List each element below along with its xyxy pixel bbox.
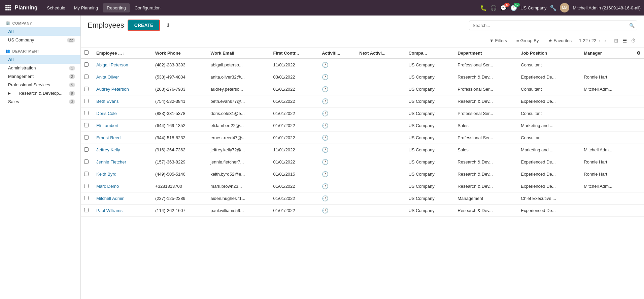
table-row[interactable]: Jeffrey Kelly (916)-264-7362 jeffrey.kel… xyxy=(81,144,644,156)
cell-activities[interactable]: 🕐 xyxy=(318,205,356,217)
row-checkbox[interactable] xyxy=(84,74,89,79)
col-job-position[interactable]: Job Position xyxy=(517,48,580,59)
sidebar-dept-professional-services[interactable]: Professional Services 5 xyxy=(0,81,80,89)
table-row[interactable]: Doris Cole (883)-331-5378 doris.cole31@e… xyxy=(81,108,644,120)
favorites-button[interactable]: ★ Favorites xyxy=(546,37,574,44)
cell-employee-name[interactable]: Abigail Peterson xyxy=(93,59,152,71)
user-name[interactable]: Mitchell Admin (21609148-16-0-all) xyxy=(573,5,641,10)
col-work-phone[interactable]: Work Phone xyxy=(152,48,207,59)
apps-menu-button[interactable] xyxy=(3,3,13,12)
cell-employee-name[interactable]: Audrey Peterson xyxy=(93,83,152,95)
cell-employee-name[interactable]: Paul Williams xyxy=(93,205,152,217)
row-checkbox-cell[interactable] xyxy=(81,192,93,205)
clock-view-btn[interactable]: ⏱ xyxy=(630,37,637,44)
cell-employee-name[interactable]: Mitchell Admin xyxy=(93,192,152,205)
download-button[interactable]: ⬇ xyxy=(163,21,173,30)
grid-view-btn[interactable]: ⊞ xyxy=(613,37,620,44)
cell-activities[interactable]: 🕐 xyxy=(318,180,356,192)
table-row[interactable]: Audrey Peterson (203)-276-7903 audrey.pe… xyxy=(81,83,644,95)
select-all-checkbox[interactable] xyxy=(84,50,89,55)
chat-icon[interactable]: 💬 5 xyxy=(500,5,507,11)
row-checkbox-cell[interactable] xyxy=(81,83,93,95)
cell-activities[interactable]: 🕐 xyxy=(318,120,356,132)
filters-button[interactable]: ▼ Filters xyxy=(487,37,509,44)
cell-employee-name[interactable]: Beth Evans xyxy=(93,95,152,108)
row-checkbox-cell[interactable] xyxy=(81,168,93,180)
cell-employee-name[interactable]: Doris Cole xyxy=(93,108,152,120)
row-checkbox-cell[interactable] xyxy=(81,156,93,168)
sidebar-dept-all[interactable]: All xyxy=(0,55,80,64)
col-company[interactable]: Compa... xyxy=(405,48,454,59)
settings-icon[interactable]: 🔧 xyxy=(550,5,556,11)
cell-activities[interactable]: 🕐 xyxy=(318,83,356,95)
next-page[interactable]: › xyxy=(603,37,607,44)
row-checkbox-cell[interactable] xyxy=(81,108,93,120)
table-row[interactable]: Beth Evans (754)-532-3841 beth.evans77@.… xyxy=(81,95,644,108)
group-by-button[interactable]: ≡ Group By xyxy=(514,37,541,44)
cell-employee-name[interactable]: Jennie Fletcher xyxy=(93,156,152,168)
row-checkbox-cell[interactable] xyxy=(81,59,93,71)
table-row[interactable]: Mitchell Admin (237)-125-2389 aiden.hugh… xyxy=(81,192,644,205)
row-checkbox-cell[interactable] xyxy=(81,71,93,83)
col-first-contract[interactable]: First Contr... xyxy=(270,48,319,59)
cell-employee-name[interactable]: Anita Oliver xyxy=(93,71,152,83)
clock-icon[interactable]: 🕐 42 xyxy=(510,5,517,11)
cell-employee-name[interactable]: Keith Byrd xyxy=(93,168,152,180)
cell-activities[interactable]: 🕐 xyxy=(318,108,356,120)
row-checkbox[interactable] xyxy=(84,62,89,67)
cell-activities[interactable]: 🕐 xyxy=(318,59,356,71)
nav-my-planning[interactable]: My Planning xyxy=(70,3,102,12)
table-row[interactable]: Abigail Peterson (482)-233-3393 abigail.… xyxy=(81,59,644,71)
row-checkbox[interactable] xyxy=(84,123,89,127)
cell-activities[interactable]: 🕐 xyxy=(318,156,356,168)
row-checkbox[interactable] xyxy=(84,159,89,164)
row-checkbox[interactable] xyxy=(84,135,89,140)
row-checkbox[interactable] xyxy=(84,111,89,115)
avatar[interactable]: MA xyxy=(560,3,569,12)
col-next-activity[interactable]: Next Activi... xyxy=(356,48,405,59)
cell-employee-name[interactable]: Marc Demo xyxy=(93,180,152,192)
select-all-checkbox-header[interactable] xyxy=(81,48,93,59)
row-checkbox[interactable] xyxy=(84,208,89,212)
row-checkbox[interactable] xyxy=(84,99,89,103)
sidebar-dept-administration[interactable]: Administration 1 xyxy=(0,64,80,72)
row-checkbox[interactable] xyxy=(84,147,89,152)
cell-activities[interactable]: 🕐 xyxy=(318,71,356,83)
table-row[interactable]: Paul Williams (114)-262-1607 paul.willia… xyxy=(81,205,644,217)
table-row[interactable]: Ernest Reed (944)-518-8232 ernest.reed47… xyxy=(81,132,644,144)
search-input[interactable] xyxy=(469,21,637,30)
table-row[interactable]: Keith Byrd (449)-505-5146 keith.byrd52@e… xyxy=(81,168,644,180)
row-checkbox-cell[interactable] xyxy=(81,120,93,132)
cell-employee-name[interactable]: Eli Lambert xyxy=(93,120,152,132)
sidebar-dept-research[interactable]: ▶ Research & Develop... 9 xyxy=(0,89,80,97)
col-department[interactable]: Department xyxy=(454,48,517,59)
cell-employee-name[interactable]: Ernest Reed xyxy=(93,132,152,144)
company-name[interactable]: US Company xyxy=(520,5,546,10)
cell-activities[interactable]: 🕐 xyxy=(318,168,356,180)
row-checkbox-cell[interactable] xyxy=(81,205,93,217)
cell-activities[interactable]: 🕐 xyxy=(318,192,356,205)
expand-icon[interactable]: ▶ xyxy=(8,91,11,95)
nav-reporting[interactable]: Reporting xyxy=(103,3,130,12)
bug-icon[interactable]: 🐛 xyxy=(480,5,487,11)
nav-schedule[interactable]: Schedule xyxy=(43,3,69,12)
cell-activities[interactable]: 🕐 xyxy=(318,95,356,108)
row-checkbox[interactable] xyxy=(84,172,89,176)
sidebar-dept-management[interactable]: Management 2 xyxy=(0,72,80,81)
nav-configuration[interactable]: Configuration xyxy=(131,3,165,12)
create-button[interactable]: CREATE xyxy=(128,20,160,31)
row-checkbox[interactable] xyxy=(84,196,89,200)
sidebar-company-all[interactable]: All xyxy=(0,27,80,36)
table-row[interactable]: Anita Oliver (538)-497-4804 anita.oliver… xyxy=(81,71,644,83)
col-work-email[interactable]: Work Email xyxy=(207,48,270,59)
sidebar-dept-sales[interactable]: Sales 3 xyxy=(0,97,80,106)
table-row[interactable]: Eli Lambert (644)-169-1352 eli.lambert22… xyxy=(81,120,644,132)
table-row[interactable]: Jennie Fletcher (157)-363-8229 jennie.fl… xyxy=(81,156,644,168)
cell-employee-name[interactable]: Jeffrey Kelly xyxy=(93,144,152,156)
prev-page[interactable]: ‹ xyxy=(598,37,602,44)
col-settings[interactable]: ⚙ xyxy=(633,48,644,59)
table-row[interactable]: Marc Demo +3281813700 mark.brown23... 01… xyxy=(81,180,644,192)
col-manager[interactable]: Manager xyxy=(580,48,633,59)
cell-activities[interactable]: 🕐 xyxy=(318,132,356,144)
sidebar-company-us[interactable]: US Company 22 xyxy=(0,36,80,44)
